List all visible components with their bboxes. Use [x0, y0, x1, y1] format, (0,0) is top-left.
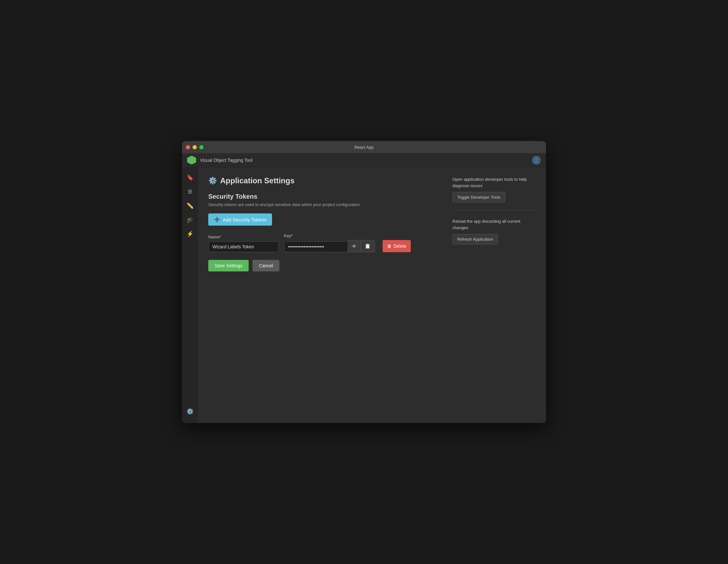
sidebar-item-plugin[interactable]: ⚡	[184, 228, 196, 240]
token-form-row: Name* Key* 👁 📋	[208, 233, 436, 252]
key-input[interactable]	[284, 241, 348, 252]
settings-icon: ⚙️	[208, 177, 217, 185]
main-content: ⚙️ Application Settings Security Tokens …	[198, 167, 546, 423]
show-key-button[interactable]: 👁	[348, 240, 361, 252]
close-button[interactable]	[186, 145, 190, 149]
section-title: Security Tokens	[208, 193, 436, 200]
sidebar-item-train[interactable]: 🎓	[184, 213, 196, 226]
refresh-section: Reload the app discarding all current ch…	[452, 218, 536, 245]
add-tokens-label: Add Security Tokens	[223, 217, 266, 222]
window-title: React App	[354, 145, 374, 150]
copy-icon: 📋	[365, 243, 371, 249]
sidebar-item-settings[interactable]: ⚙️	[184, 405, 196, 418]
dev-tools-desc: Open application developer tools to help…	[452, 176, 536, 189]
copy-key-button[interactable]: 📋	[361, 240, 375, 252]
app-logo	[187, 156, 196, 165]
maximize-button[interactable]	[199, 145, 203, 149]
refresh-desc: Reload the app discarding all current ch…	[452, 218, 536, 231]
sidebar-item-sliders[interactable]	[184, 185, 196, 198]
action-buttons: Save Settings Cancel	[208, 260, 436, 271]
content-left: ⚙️ Application Settings Security Tokens …	[208, 176, 436, 414]
sidebar: 🔖 ✏️ 🎓 ⚡ ⚙️	[182, 167, 198, 423]
user-icon[interactable]: 👤	[532, 156, 541, 165]
svg-point-4	[191, 191, 192, 192]
delete-label: Delete	[393, 244, 406, 249]
key-label: Key*	[284, 233, 375, 238]
name-group: Name*	[208, 235, 279, 252]
delete-button[interactable]: 🗑 Delete	[383, 240, 411, 252]
refresh-application-button[interactable]: Refresh Application	[452, 234, 498, 245]
svg-point-3	[189, 190, 190, 191]
toggle-dev-tools-button[interactable]: Toggle Developer Tools	[452, 192, 505, 203]
key-input-group: 👁 📋	[284, 240, 375, 252]
titlebar: React App	[182, 141, 546, 153]
svg-point-5	[189, 193, 190, 194]
sidebar-bottom: ⚙️	[184, 405, 196, 423]
trash-icon: 🗑	[387, 244, 392, 249]
sidebar-item-home[interactable]: 🔖	[184, 171, 196, 184]
panel-divider	[452, 210, 536, 211]
minimize-button[interactable]	[193, 145, 197, 149]
page-title: Application Settings	[220, 176, 294, 185]
add-security-tokens-button[interactable]: ➕ Add Security Tokens	[208, 213, 272, 226]
app-window: React App Visual Object Tagging Tool 👤 🔖	[182, 141, 546, 423]
page-title-section: ⚙️ Application Settings	[208, 176, 436, 185]
save-settings-button[interactable]: Save Settings	[208, 260, 249, 271]
sidebar-item-edit[interactable]: ✏️	[184, 199, 196, 212]
plus-icon: ➕	[214, 217, 220, 222]
eye-icon: 👁	[352, 244, 357, 249]
dev-tools-section: Open application developer tools to help…	[452, 176, 536, 203]
app-name: Visual Object Tagging Tool	[200, 158, 252, 163]
top-bar: Visual Object Tagging Tool 👤	[182, 153, 546, 167]
key-group: Key* 👁 📋	[284, 233, 375, 252]
name-label: Name*	[208, 235, 279, 239]
right-panel: Open application developer tools to help…	[446, 176, 536, 414]
layout: 🔖 ✏️ 🎓 ⚡ ⚙️	[182, 167, 546, 423]
traffic-lights	[186, 145, 203, 149]
cancel-button[interactable]: Cancel	[252, 260, 279, 271]
section-desc: Security tokens are used to encrypt sens…	[208, 202, 436, 207]
name-input[interactable]	[208, 241, 279, 252]
